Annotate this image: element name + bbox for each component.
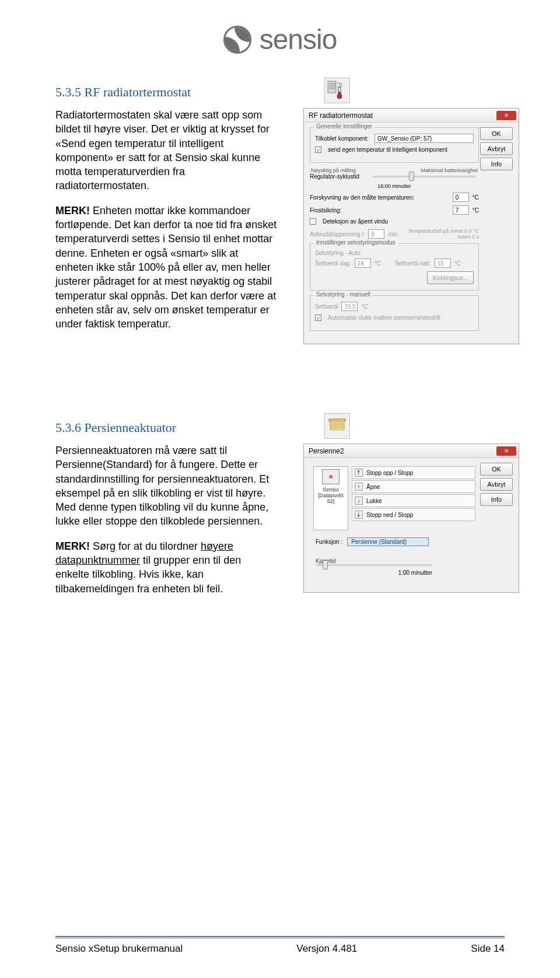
svg-point-8 [337,94,342,99]
connected-label: Tilkoblet komponent: [315,135,371,142]
set-label: Settverdi [315,303,338,310]
grp3-legend: Selvstyring - manuell [314,291,373,298]
auto-slukk-checkbox: ✓ [315,315,321,321]
setdag-input: 24 [355,259,371,268]
persienne-dialog: Persienne2 ✕ OK Avbryt Info ▦ Sensio [Da… [303,443,519,593]
send-temp-checkbox[interactable]: ✓ [315,146,321,153]
forsky-label: Forskyvning av den målte temperaturen: [310,194,449,201]
auto-label: Selvstyring - Auto [315,250,474,256]
regulator-slider[interactable] [373,176,475,177]
blind-icon [324,413,350,439]
brand-logo: sensio [55,23,505,55]
dialog1-title: RF radiatortermostat [309,111,373,120]
ok-button[interactable]: OK [480,127,513,140]
kjoretid-label: Kjøretid [316,558,432,564]
footer-center: Versjon 4.481 [296,943,357,955]
action-stopp-opp[interactable]: ⤒Stopp opp / Stopp [352,466,475,479]
slider-right-label: Maksimal batterivarighet [421,167,478,173]
arrow-down-stop-icon: ⤓ [355,511,363,519]
action-apne[interactable]: ↑Åpne [352,480,475,493]
component-canvas[interactable]: ▦ Sensio [Datapunkt 52] [313,466,348,530]
footer-rule [55,936,505,938]
dialog1-titlebar: RF radiatortermostat ✕ [304,109,519,123]
section1-heading: 5.3.5 RF radiatortermostat [55,85,289,100]
canvas-label1: Sensio [323,487,339,493]
section2-p1: Persienneaktuatoren må være satt til Per… [55,443,277,529]
ok-button[interactable]: OK [480,463,513,476]
info-button[interactable]: Info [480,493,513,506]
frost-input[interactable]: 7 [453,205,469,215]
detect-window-checkbox[interactable] [310,218,316,225]
close-icon[interactable]: ✕ [496,111,516,120]
action-lukke[interactable]: ↓Lukke [352,494,475,507]
close-icon[interactable]: ✕ [496,446,516,456]
dialog2-titlebar: Persienne2 ✕ [304,444,519,458]
svg-rect-9 [329,419,345,421]
action-stopp-ned[interactable]: ⤓Stopp ned / Stopp [352,508,475,521]
tempfall-label: Temperaturfall på minst 0.0 °C innen 0 s [401,228,479,240]
dialog2-title: Persienne2 [309,447,344,455]
set-input: 19.5 [341,302,358,311]
canvas-label2: [Datapunkt 52] [316,493,345,504]
grp1-legend: Generelle innstillinger [314,123,374,130]
logo-mark-icon [223,26,251,54]
thermostat-icon: °C [324,78,350,103]
koblingsur-button: Koblingsur... [427,271,474,284]
send-temp-label: send egen temperatur til intelligent kom… [328,146,447,153]
page-footer: Sensio xSetup brukermanual Versjon 4.481… [55,943,505,955]
connected-value[interactable]: GW_Sensio (DP: 57) [374,134,474,143]
merk-label: MERK! [55,205,90,216]
slider-left-label: Nøyaktig på måling [311,167,356,173]
merk2-label: MERK! [55,540,90,552]
funksjon-label: Funksjon : [316,539,342,545]
setdag-label: Settverdi dag: [315,260,351,267]
arrow-up-stop-icon: ⤒ [355,469,363,477]
avbrudd-label: Avbrudd/opprinning i: [310,231,365,237]
cancel-button[interactable]: Avbryt [480,142,513,155]
logo-text: sensio [260,23,337,55]
svg-text:°C: °C [337,82,342,87]
frost-label: Frostsikring: [310,207,449,214]
regsyk-value: 16:00 minutter [310,183,479,189]
section1-p2: MERK! Enheten mottar ikke kommandoer for… [55,204,277,331]
grp2-legend: Innstillinger selvstyringsmodus [314,239,398,246]
section2-heading: 5.3.6 Persienneaktuator [55,420,289,435]
arrow-down-icon: ↓ [355,497,363,505]
detect-label: Deteksjon av åpent vindu [323,218,388,225]
kjoretid-slider[interactable] [316,564,432,566]
footer-right: Side 14 [471,943,505,955]
general-settings-group: Generelle innstillinger Tilkoblet kompon… [310,127,479,163]
svg-rect-14 [330,428,344,430]
section1-p2-text: Enheten mottar ikke kommandoer fortløpen… [55,205,276,330]
forsky-input[interactable]: 0 [453,193,469,202]
autostyr-group: Innstillinger selvstyringsmodus Selvstyr… [310,243,479,291]
regsyk-label: Regulator-syklustid [310,173,366,180]
auto-slukk-label: Automatisk slukk mellom sommer/vinterdri… [328,315,440,321]
arrow-up-icon: ↑ [355,483,363,491]
funksjon-select[interactable]: Persienne (Standard) [347,537,429,546]
sensio-node-icon[interactable]: ▦ [322,469,340,484]
avbrudd-unit: min [388,231,397,237]
avbrudd-input: 0 [368,229,384,239]
info-button[interactable]: Info [480,158,513,170]
section2-p2: MERK! Sørg for at du tilordner høyere da… [55,539,277,596]
footer-left: Sensio xSetup brukermanual [55,943,183,955]
setnatt-input: 15 [435,259,451,268]
cancel-button[interactable]: Avbryt [480,478,513,491]
manual-group: Selvstyring - manuell Settverdi 19.5 °C … [310,295,479,331]
section1-p1: Radiatortermostaten skal være satt opp s… [55,108,277,193]
kjoretid-value: 1:00 minutter [316,570,432,576]
setnatt-label: Settverdi natt: [395,260,431,267]
rf-thermostat-dialog: RF radiatortermostat ✕ OK Avbryt Info Ge… [303,108,519,344]
